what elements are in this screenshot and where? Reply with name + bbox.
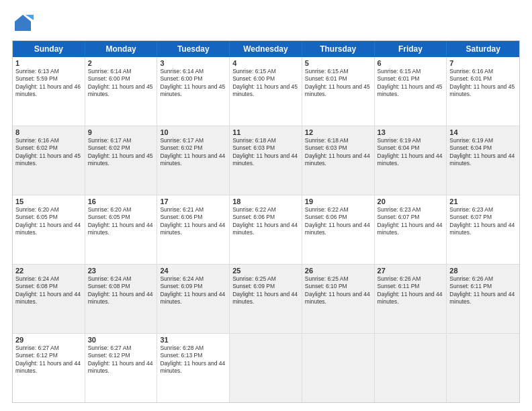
cell-info: Sunrise: 6:20 AMSunset: 6:05 PMDaylight:… xyxy=(15,206,82,237)
calendar-row: 8Sunrise: 6:16 AMSunset: 6:02 PMDaylight… xyxy=(13,126,519,195)
cell-info: Sunrise: 6:23 AMSunset: 6:07 PMDaylight:… xyxy=(449,206,517,237)
calendar-cell: 7Sunrise: 6:16 AMSunset: 6:01 PMDaylight… xyxy=(447,57,519,126)
day-number: 18 xyxy=(232,197,299,205)
calendar-cell: 14Sunrise: 6:19 AMSunset: 6:04 PMDayligh… xyxy=(447,126,519,195)
calendar-cell: 22Sunrise: 6:24 AMSunset: 6:08 PMDayligh… xyxy=(13,265,85,333)
calendar-header-cell: Saturday xyxy=(447,41,519,57)
calendar-cell: 26Sunrise: 6:25 AMSunset: 6:10 PMDayligh… xyxy=(302,265,375,333)
calendar-cell: 1Sunrise: 6:13 AMSunset: 5:59 PMDaylight… xyxy=(13,57,85,126)
calendar-row: 15Sunrise: 6:20 AMSunset: 6:05 PMDayligh… xyxy=(13,195,519,265)
calendar-cell: 25Sunrise: 6:25 AMSunset: 6:09 PMDayligh… xyxy=(230,265,302,333)
day-number: 7 xyxy=(449,59,517,67)
day-number: 24 xyxy=(160,267,226,275)
calendar-cell: 2Sunrise: 6:14 AMSunset: 6:00 PMDaylight… xyxy=(85,57,158,126)
calendar-cell: 31Sunrise: 6:28 AMSunset: 6:13 PMDayligh… xyxy=(157,334,230,402)
cell-info: Sunrise: 6:16 AMSunset: 6:02 PMDaylight:… xyxy=(15,137,82,168)
day-number: 8 xyxy=(15,128,82,136)
calendar-cell: 18Sunrise: 6:22 AMSunset: 6:06 PMDayligh… xyxy=(230,195,302,264)
cell-info: Sunrise: 6:19 AMSunset: 6:04 PMDaylight:… xyxy=(449,137,517,168)
day-number: 2 xyxy=(88,59,154,67)
calendar-cell: 10Sunrise: 6:17 AMSunset: 6:02 PMDayligh… xyxy=(157,126,230,195)
day-number: 28 xyxy=(449,267,517,275)
cell-info: Sunrise: 6:24 AMSunset: 6:08 PMDaylight:… xyxy=(15,275,82,306)
calendar-row: 22Sunrise: 6:24 AMSunset: 6:08 PMDayligh… xyxy=(13,265,519,334)
day-number: 21 xyxy=(449,197,517,205)
cell-info: Sunrise: 6:23 AMSunset: 6:07 PMDaylight:… xyxy=(378,206,444,237)
calendar-body: 1Sunrise: 6:13 AMSunset: 5:59 PMDaylight… xyxy=(13,57,519,402)
cell-info: Sunrise: 6:27 AMSunset: 6:12 PMDaylight:… xyxy=(15,345,82,375)
cell-info: Sunrise: 6:13 AMSunset: 5:59 PMDaylight:… xyxy=(15,68,82,99)
day-number: 30 xyxy=(88,336,154,344)
cell-info: Sunrise: 6:28 AMSunset: 6:13 PMDaylight:… xyxy=(160,345,226,375)
calendar-cell: 13Sunrise: 6:19 AMSunset: 6:04 PMDayligh… xyxy=(375,126,447,195)
cell-info: Sunrise: 6:25 AMSunset: 6:09 PMDaylight:… xyxy=(232,275,299,306)
cell-info: Sunrise: 6:20 AMSunset: 6:05 PMDaylight:… xyxy=(88,206,154,237)
cell-info: Sunrise: 6:22 AMSunset: 6:06 PMDaylight:… xyxy=(305,206,371,237)
day-number: 4 xyxy=(232,59,299,67)
header xyxy=(12,12,520,34)
day-number: 31 xyxy=(160,336,226,344)
calendar-cell: 16Sunrise: 6:20 AMSunset: 6:05 PMDayligh… xyxy=(85,195,158,264)
calendar-cell: 17Sunrise: 6:21 AMSunset: 6:06 PMDayligh… xyxy=(157,195,230,264)
day-number: 29 xyxy=(15,336,82,344)
logo-icon xyxy=(12,12,34,34)
calendar-cell: 11Sunrise: 6:18 AMSunset: 6:03 PMDayligh… xyxy=(230,126,302,195)
cell-info: Sunrise: 6:26 AMSunset: 6:11 PMDaylight:… xyxy=(449,275,517,306)
day-number: 9 xyxy=(88,128,154,136)
cell-info: Sunrise: 6:17 AMSunset: 6:02 PMDaylight:… xyxy=(160,137,226,168)
day-number: 17 xyxy=(160,197,226,205)
calendar-cell: 24Sunrise: 6:24 AMSunset: 6:09 PMDayligh… xyxy=(157,265,230,333)
cell-info: Sunrise: 6:24 AMSunset: 6:09 PMDaylight:… xyxy=(160,275,226,306)
calendar-header-cell: Sunday xyxy=(13,41,85,57)
calendar: SundayMondayTuesdayWednesdayThursdayFrid… xyxy=(12,40,520,403)
calendar-cell: 9Sunrise: 6:17 AMSunset: 6:02 PMDaylight… xyxy=(85,126,158,195)
calendar-cell: 23Sunrise: 6:24 AMSunset: 6:08 PMDayligh… xyxy=(85,265,158,333)
calendar-cell: 28Sunrise: 6:26 AMSunset: 6:11 PMDayligh… xyxy=(447,265,519,333)
cell-info: Sunrise: 6:26 AMSunset: 6:11 PMDaylight:… xyxy=(378,275,444,306)
calendar-row: 29Sunrise: 6:27 AMSunset: 6:12 PMDayligh… xyxy=(13,334,519,402)
day-number: 20 xyxy=(378,197,444,205)
calendar-cell: 8Sunrise: 6:16 AMSunset: 6:02 PMDaylight… xyxy=(13,126,85,195)
cell-info: Sunrise: 6:19 AMSunset: 6:04 PMDaylight:… xyxy=(378,137,444,168)
calendar-cell xyxy=(230,334,302,402)
cell-info: Sunrise: 6:17 AMSunset: 6:02 PMDaylight:… xyxy=(88,137,154,168)
calendar-header-cell: Friday xyxy=(375,41,447,57)
day-number: 5 xyxy=(305,59,371,67)
calendar-cell xyxy=(302,334,375,402)
calendar-cell xyxy=(375,334,447,402)
cell-info: Sunrise: 6:15 AMSunset: 6:01 PMDaylight:… xyxy=(305,68,371,99)
day-number: 22 xyxy=(15,267,82,275)
calendar-header-cell: Tuesday xyxy=(157,41,230,57)
calendar-header-cell: Thursday xyxy=(302,41,375,57)
calendar-header: SundayMondayTuesdayWednesdayThursdayFrid… xyxy=(13,41,519,57)
calendar-cell xyxy=(447,334,519,402)
calendar-cell: 15Sunrise: 6:20 AMSunset: 6:05 PMDayligh… xyxy=(13,195,85,264)
day-number: 10 xyxy=(160,128,226,136)
day-number: 23 xyxy=(88,267,154,275)
day-number: 6 xyxy=(378,59,444,67)
calendar-cell: 27Sunrise: 6:26 AMSunset: 6:11 PMDayligh… xyxy=(375,265,447,333)
calendar-cell: 21Sunrise: 6:23 AMSunset: 6:07 PMDayligh… xyxy=(447,195,519,264)
cell-info: Sunrise: 6:18 AMSunset: 6:03 PMDaylight:… xyxy=(232,137,299,168)
day-number: 11 xyxy=(232,128,299,136)
cell-info: Sunrise: 6:27 AMSunset: 6:12 PMDaylight:… xyxy=(88,345,154,375)
cell-info: Sunrise: 6:24 AMSunset: 6:08 PMDaylight:… xyxy=(88,275,154,306)
day-number: 1 xyxy=(15,59,82,67)
cell-info: Sunrise: 6:18 AMSunset: 6:03 PMDaylight:… xyxy=(305,137,371,168)
day-number: 15 xyxy=(15,197,82,205)
day-number: 3 xyxy=(160,59,226,67)
calendar-cell: 12Sunrise: 6:18 AMSunset: 6:03 PMDayligh… xyxy=(302,126,375,195)
calendar-cell: 20Sunrise: 6:23 AMSunset: 6:07 PMDayligh… xyxy=(375,195,447,264)
cell-info: Sunrise: 6:15 AMSunset: 6:00 PMDaylight:… xyxy=(232,68,299,99)
day-number: 26 xyxy=(305,267,371,275)
calendar-cell: 30Sunrise: 6:27 AMSunset: 6:12 PMDayligh… xyxy=(85,334,158,402)
cell-info: Sunrise: 6:14 AMSunset: 6:00 PMDaylight:… xyxy=(160,68,226,99)
day-number: 19 xyxy=(305,197,371,205)
cell-info: Sunrise: 6:21 AMSunset: 6:06 PMDaylight:… xyxy=(160,206,226,237)
calendar-header-cell: Monday xyxy=(85,41,158,57)
day-number: 16 xyxy=(88,197,154,205)
day-number: 25 xyxy=(232,267,299,275)
cell-info: Sunrise: 6:14 AMSunset: 6:00 PMDaylight:… xyxy=(88,68,154,99)
calendar-cell: 4Sunrise: 6:15 AMSunset: 6:00 PMDaylight… xyxy=(230,57,302,126)
calendar-cell: 3Sunrise: 6:14 AMSunset: 6:00 PMDaylight… xyxy=(157,57,230,126)
